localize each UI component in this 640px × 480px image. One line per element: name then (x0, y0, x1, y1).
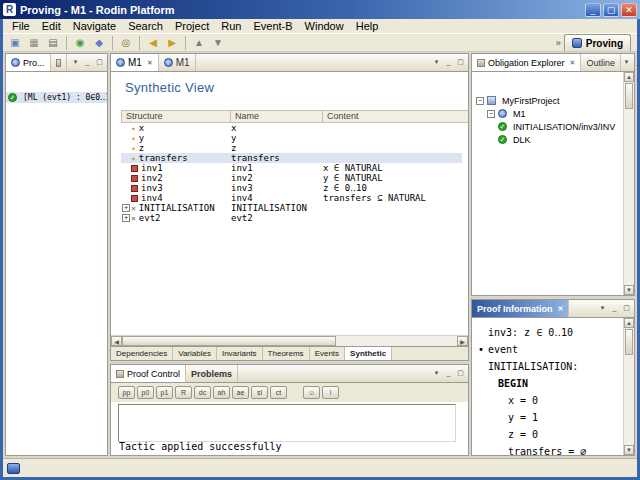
minimize-view-icon[interactable]: _ (633, 57, 640, 68)
tactic-button[interactable]: p1 (156, 386, 173, 399)
minimize-view-icon[interactable]: _ (443, 368, 454, 379)
scrollbar-thumb[interactable] (625, 83, 633, 109)
bottom-tab-variables[interactable]: Variables (173, 347, 217, 360)
tree-item[interactable]: ✓DLK (472, 133, 623, 146)
maximize-editor-icon[interactable]: ▢ (455, 57, 466, 68)
save-icon[interactable]: ▦ (25, 35, 43, 51)
minimize-view-icon[interactable]: _ (82, 57, 93, 68)
editor-tab-m1[interactable]: M1 ✕ (111, 54, 159, 71)
menu-item-navigate[interactable]: Navigate (67, 19, 122, 33)
expander-icon[interactable]: − (476, 97, 484, 105)
menu-item-help[interactable]: Help (350, 19, 385, 33)
next-annotation-icon[interactable]: ▼ (209, 35, 227, 51)
tab-proof-information[interactable]: Proof Information ✕ (472, 300, 569, 317)
view-menu-icon[interactable]: ▾ (621, 57, 632, 68)
table-row[interactable]: ✦transferstransfers (121, 153, 462, 163)
minimize-view-icon[interactable]: _ (609, 303, 620, 314)
scroll-up-icon[interactable]: ▲ (624, 72, 634, 82)
info-button[interactable]: i (322, 386, 339, 399)
tab-problems[interactable]: Problems (186, 365, 238, 382)
close-tab-icon[interactable]: ✕ (570, 59, 576, 67)
maximize-view-icon[interactable]: ▢ (94, 57, 105, 68)
view-menu-icon[interactable]: ▾ (431, 368, 442, 379)
scroll-left-icon[interactable]: ◀ (111, 336, 122, 346)
table-row[interactable]: inv3inv3z ∈ 0‥10 (121, 183, 462, 193)
editor-tab-m1-2[interactable]: M1 (159, 54, 196, 71)
tree-item[interactable]: ✓INITIALISATION/inv3/INV (472, 120, 623, 133)
view-menu-icon[interactable]: ▾ (70, 57, 81, 68)
tactic-button[interactable]: dc (194, 386, 211, 399)
table-row[interactable]: ✦yy (121, 133, 462, 143)
tactic-button[interactable]: sl (251, 386, 268, 399)
tab-obligation-explorer[interactable]: Obligation Explorer ✕ (472, 54, 581, 71)
tactic-button[interactable]: ae (232, 386, 249, 399)
bottom-tab-dependencies[interactable]: Dependencies (111, 347, 173, 360)
new-component-icon[interactable]: ◆ (90, 35, 108, 51)
prev-annotation-icon[interactable]: ▲ (190, 35, 208, 51)
menu-item-project[interactable]: Project (169, 19, 215, 33)
tab-outline[interactable]: Outline (581, 54, 621, 71)
table-row[interactable]: inv1inv1x ∈ NATURAL (121, 163, 462, 173)
back-icon[interactable]: ◀ (144, 35, 162, 51)
bottom-tab-events[interactable]: Events (310, 347, 345, 360)
table-row[interactable]: ✦xx (121, 123, 462, 133)
tab-list-icon[interactable]: ▾ (431, 57, 442, 68)
scroll-down-icon[interactable]: ▼ (624, 445, 634, 455)
maximize-view-icon[interactable]: ▢ (455, 368, 466, 379)
minimize-editor-icon[interactable]: _ (443, 57, 454, 68)
menu-item-edit[interactable]: Edit (36, 19, 67, 33)
table-row[interactable]: inv4inv4transfers ⊆ NATURAL (121, 193, 462, 203)
forward-icon[interactable]: ▶ (163, 35, 181, 51)
close-tab-icon[interactable]: ✕ (558, 305, 564, 313)
bottom-tab-theorems[interactable]: Theorems (263, 347, 310, 360)
bottom-tab-invariants[interactable]: Invariants (217, 347, 263, 360)
status-icon[interactable] (7, 463, 20, 474)
view-menu-icon[interactable]: ▾ (597, 303, 608, 314)
table-row[interactable]: +✕evt2evt2 (121, 213, 462, 223)
vertical-scrollbar[interactable]: ▲ ▼ (623, 318, 634, 455)
tactic-button[interactable]: p0 (137, 386, 154, 399)
tab-proof-control[interactable]: Proof Control (111, 365, 186, 382)
menu-item-run[interactable]: Run (215, 19, 247, 33)
table-row[interactable]: +✕INITIALISATIONINITIALISATION (121, 203, 462, 213)
scrollbar-track[interactable] (336, 336, 457, 346)
tactic-button[interactable]: ct (270, 386, 287, 399)
menu-item-search[interactable]: Search (122, 19, 169, 33)
tree-item[interactable]: −MyFirstProject (472, 94, 623, 107)
tactic-button[interactable]: ah (213, 386, 230, 399)
vertical-scrollbar[interactable]: ▲ ▼ (623, 72, 634, 295)
menu-item-window[interactable]: Window (299, 19, 350, 33)
horizontal-scrollbar[interactable]: ◀ ▶ (111, 335, 468, 346)
table-row[interactable]: ✦zz (121, 143, 462, 153)
print-icon[interactable]: ▤ (44, 35, 62, 51)
scrollbar-thumb[interactable] (122, 336, 336, 346)
menu-item-file[interactable]: File (6, 19, 36, 33)
scroll-up-icon[interactable]: ▲ (624, 318, 634, 328)
search-icon[interactable]: ◎ (117, 35, 135, 51)
close-button[interactable]: ✕ (621, 3, 637, 17)
expander-icon[interactable]: − (487, 110, 495, 118)
tab-proof-tree[interactable]: Pro... (6, 54, 51, 71)
proof-control-input[interactable] (118, 404, 456, 442)
maximize-view-icon[interactable]: ▢ (621, 303, 632, 314)
tree-item[interactable]: −M1 (472, 107, 623, 120)
scrollbar-thumb[interactable] (625, 329, 633, 355)
maximize-button[interactable]: ▢ (603, 3, 619, 17)
minimize-button[interactable]: _ (585, 3, 601, 17)
new-wizard-icon[interactable]: ▣ (6, 35, 24, 51)
scroll-down-icon[interactable]: ▼ (624, 285, 634, 295)
scroll-right-icon[interactable]: ▶ (457, 336, 468, 346)
expander-icon[interactable]: + (122, 214, 130, 222)
table-row[interactable]: inv2inv2y ∈ NATURAL (121, 173, 462, 183)
close-tab-icon[interactable]: ✕ (147, 59, 153, 67)
smiley-button[interactable]: ☺ (303, 386, 320, 399)
tactic-button[interactable]: pp (118, 386, 135, 399)
perspective-chevron-icon[interactable]: » (556, 38, 561, 48)
left-secondary-tab[interactable] (51, 54, 67, 71)
run-icon[interactable]: ◉ (71, 35, 89, 51)
proof-tree-node[interactable]: ✓ [ML (evt1) : 0∈0‥10 (6, 92, 107, 103)
menu-item-event-b[interactable]: Event-B (247, 19, 298, 33)
expander-icon[interactable]: + (122, 204, 130, 212)
bottom-tab-synthetic[interactable]: Synthetic (345, 347, 392, 360)
tactic-button[interactable]: R (175, 386, 192, 399)
